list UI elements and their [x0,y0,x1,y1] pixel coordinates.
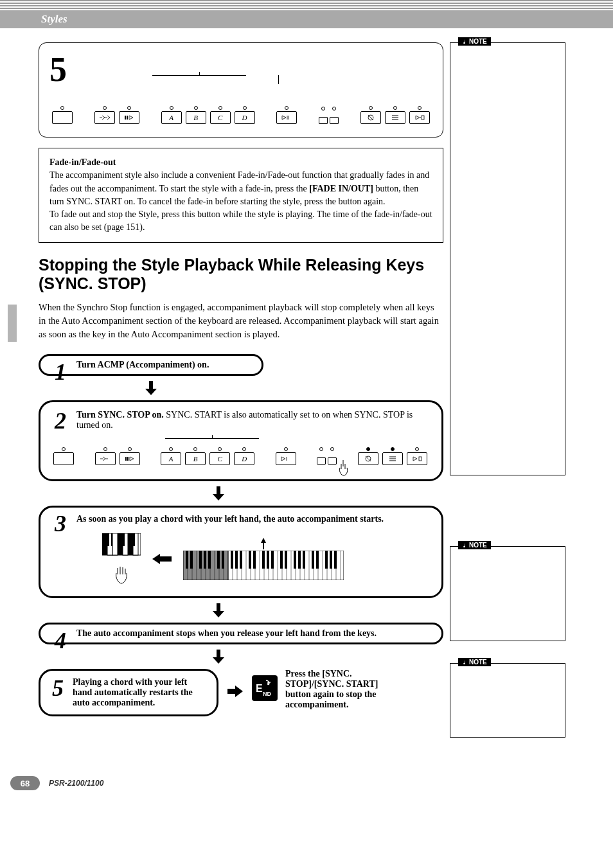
svg-rect-87 [303,551,305,569]
note-box-1: NOTE [450,42,565,475]
svg-rect-72 [208,551,211,569]
svg-rect-89 [316,551,319,569]
svg-text:ND: ND [263,691,271,697]
up-arrow-icon [261,538,266,549]
step-5-number: 5 [52,675,64,702]
svg-rect-79 [253,551,256,569]
step-5-text: Playing a chord with your left hand auto… [73,677,208,708]
sync-stop-description: When the Synchro Stop function is engage… [39,301,443,341]
main-b-button: B [186,111,206,124]
step-1-text: Turn ACMP (Accompaniment) on. [76,360,250,370]
svg-rect-75 [231,551,233,569]
control-panel-illustration-2: A B C D [51,447,430,465]
step-4-number: 4 [55,627,66,654]
svg-rect-18 [217,486,220,494]
svg-rect-92 [334,551,337,569]
svg-rect-24 [112,533,118,555]
chapter-title: Styles [41,13,67,26]
step-1-box: 1 Turn ACMP (Accompaniment) on. [39,354,263,376]
down-arrow-icon [145,381,157,395]
svg-rect-9 [149,381,153,389]
page-number-badge: 68 [10,776,40,790]
step5-top-box: 5 A B C D [39,42,443,137]
model-label: PSR-2100/1100 [49,779,103,788]
svg-rect-17 [419,457,422,461]
header-bars: Styles [0,0,613,28]
step-2-text: Turn SYNC. STOP on. SYNC. START is also … [76,410,430,430]
end-box: E ND Press the [SYNC. STOP]/[SYNC. START… [252,669,401,710]
svg-rect-83 [280,551,283,569]
main-c-button: C [210,111,231,124]
svg-rect-76 [235,551,238,569]
step-3-box: 3 As soon as you play a chord with your … [39,506,443,598]
svg-rect-22 [106,533,109,546]
svg-rect-70 [199,551,202,569]
left-arrow-icon [152,554,172,564]
control-panel-illustration: A B C D [49,106,432,124]
note-box-3: NOTE [450,663,565,738]
svg-rect-78 [249,551,251,569]
svg-rect-80 [262,551,265,569]
step-2-number: 2 [55,407,66,434]
down-arrow-icon [213,603,224,617]
page-footer: 68 PSR-2100/1100 [0,776,613,803]
note-label: NOTE [458,37,491,46]
svg-text:E: E [256,683,263,694]
step-1-number: 1 [55,359,66,385]
end-badge: E ND [252,675,278,701]
pointing-hand-icon [333,459,353,478]
note-box-2: NOTE [450,546,565,641]
svg-rect-88 [312,551,314,569]
step-4-box: 4 The auto accompaniment stops when you … [39,623,443,644]
fade-paragraph-1: The accompaniment style also include a c… [49,169,432,208]
svg-rect-84 [285,551,287,569]
svg-rect-71 [204,551,206,569]
end-text: Press the [SYNC. STOP]/[SYNC. START] but… [285,669,401,710]
svg-rect-69 [190,551,193,569]
note-label: NOTE [458,541,491,549]
svg-rect-68 [186,551,188,569]
step-2-box: 2 Turn SYNC. STOP on. SYNC. START is als… [39,400,443,481]
fade-in-out-box: Fade-in/Fade-out The accompaniment style… [39,148,443,243]
svg-rect-90 [325,551,328,569]
main-d-button: D [235,111,255,124]
hand-icon [114,565,129,585]
svg-rect-27 [121,533,125,546]
keyboard-chord-icon [102,533,141,564]
keyboard-full-icon [183,551,344,580]
sync-stop-heading: Stopping the Style Playback While Releas… [39,256,443,293]
section-tab-stripe [8,305,17,342]
svg-rect-0 [125,116,126,120]
svg-rect-8 [422,116,424,120]
svg-rect-30 [132,533,135,546]
down-arrow-icon [213,486,224,500]
svg-rect-91 [330,551,332,569]
svg-rect-93 [217,603,220,611]
svg-rect-73 [217,551,220,569]
svg-rect-11 [127,457,129,461]
fade-paragraph-2: To fade out and stop the Style, press th… [49,208,432,235]
svg-rect-94 [217,650,220,657]
note-label: NOTE [458,658,491,666]
svg-rect-1 [127,116,128,120]
right-arrow-icon [227,686,243,697]
step-4-text: The auto accompaniment stops when you re… [76,628,430,639]
svg-rect-81 [267,551,269,569]
down-arrow-icon [213,650,224,664]
svg-rect-82 [271,551,274,569]
svg-rect-77 [240,551,242,569]
svg-rect-85 [294,551,296,569]
step-5-box: 5 Playing a chord with your left hand au… [39,669,218,716]
svg-rect-74 [222,551,224,569]
main-a-button: A [161,111,182,124]
step-number-5-top: 5 [49,52,432,87]
step-3-text: As soon as you play a chord with your le… [76,514,430,524]
svg-rect-10 [125,457,127,461]
fade-title: Fade-in/Fade-out [49,156,432,169]
svg-rect-86 [298,551,301,569]
step-3-number: 3 [55,510,66,537]
